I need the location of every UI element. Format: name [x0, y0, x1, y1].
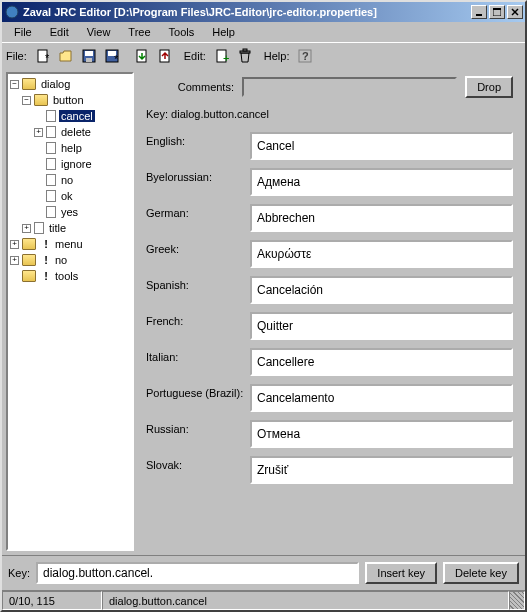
svg-rect-3 — [493, 8, 501, 10]
tree-toggle[interactable]: + — [10, 256, 19, 265]
language-row: Italian: — [146, 348, 513, 376]
language-input[interactable] — [250, 348, 513, 376]
content-panel: Comments: Drop Key: dialog.button.cancel… — [138, 72, 521, 551]
language-row: Russian: — [146, 420, 513, 448]
page-icon — [46, 158, 56, 170]
help-icon[interactable]: ? — [294, 45, 316, 67]
key-input[interactable] — [36, 562, 359, 584]
open-file-icon[interactable] — [55, 45, 77, 67]
tree-toggle[interactable]: + — [22, 224, 31, 233]
menu-edit[interactable]: Edit — [42, 24, 77, 40]
language-row: Greek: — [146, 240, 513, 268]
delete-key-icon[interactable] — [234, 45, 256, 67]
export-icon[interactable] — [154, 45, 176, 67]
page-icon — [46, 110, 56, 122]
import-icon[interactable] — [131, 45, 153, 67]
new-key-icon[interactable]: + — [211, 45, 233, 67]
close-button[interactable] — [507, 5, 523, 19]
tree-item-ok[interactable]: ok — [59, 190, 75, 202]
language-label: Portuguese (Brazil): — [146, 384, 250, 399]
language-input[interactable] — [250, 168, 513, 196]
warning-icon: ! — [39, 254, 53, 266]
folder-closed-icon — [22, 254, 36, 266]
tree-item-dialog[interactable]: dialog — [39, 78, 72, 90]
tree-item-ignore[interactable]: ignore — [59, 158, 94, 170]
language-input[interactable] — [250, 132, 513, 160]
language-label: Slovak: — [146, 456, 250, 471]
status-left: 0/10, 115 — [2, 591, 102, 610]
maximize-button[interactable] — [489, 5, 505, 19]
svg-point-0 — [6, 6, 18, 18]
language-input[interactable] — [250, 384, 513, 412]
save-icon[interactable] — [78, 45, 100, 67]
menubar: File Edit View Tree Tools Help — [2, 22, 525, 42]
page-icon — [46, 206, 56, 218]
language-label: German: — [146, 204, 250, 219]
warning-icon: ! — [39, 238, 53, 250]
toolbar-edit-label: Edit: — [184, 50, 206, 62]
comments-input[interactable] — [242, 77, 457, 97]
key-label: Key: — [8, 567, 30, 579]
tree-toggle[interactable]: + — [10, 240, 19, 249]
language-label: Russian: — [146, 420, 250, 435]
tree-item-no[interactable]: no — [59, 174, 75, 186]
svg-text:?: ? — [302, 50, 309, 62]
tree-panel[interactable]: −dialog −button cancel +delete help igno… — [6, 72, 134, 551]
language-input[interactable] — [250, 420, 513, 448]
tree-item-no2[interactable]: no — [53, 254, 69, 266]
language-input[interactable] — [250, 312, 513, 340]
language-input[interactable] — [250, 204, 513, 232]
titlebar: Zaval JRC Editor [D:\Program Files\JRC-E… — [2, 2, 525, 22]
language-row: French: — [146, 312, 513, 340]
toolbar-help-label: Help: — [264, 50, 290, 62]
page-icon — [46, 126, 56, 138]
tree-item-yes[interactable]: yes — [59, 206, 80, 218]
tree-item-menu[interactable]: menu — [53, 238, 85, 250]
page-icon — [34, 222, 44, 234]
tree-item-delete[interactable]: delete — [59, 126, 93, 138]
menu-help[interactable]: Help — [204, 24, 243, 40]
language-input[interactable] — [250, 240, 513, 268]
toolbar: File: * * Edit: + Help: ? — [2, 42, 525, 68]
menu-view[interactable]: View — [79, 24, 119, 40]
svg-rect-1 — [476, 14, 482, 16]
language-input[interactable] — [250, 456, 513, 484]
folder-open-icon — [34, 94, 48, 106]
minimize-button[interactable] — [471, 5, 487, 19]
key-row: Key: Insert key Delete key — [2, 555, 525, 590]
tree-item-cancel[interactable]: cancel — [59, 110, 95, 122]
tree-item-title[interactable]: title — [47, 222, 68, 234]
folder-closed-icon — [22, 270, 36, 282]
language-input[interactable] — [250, 276, 513, 304]
app-icon — [4, 4, 20, 20]
language-row: Slovak: — [146, 456, 513, 484]
save-as-icon[interactable]: * — [101, 45, 123, 67]
tree-item-tools[interactable]: tools — [53, 270, 80, 282]
language-label: French: — [146, 312, 250, 327]
language-row: Portuguese (Brazil): — [146, 384, 513, 412]
comments-label: Comments: — [146, 81, 234, 93]
status-right: dialog.button.cancel — [102, 591, 509, 610]
menu-tools[interactable]: Tools — [161, 24, 203, 40]
resize-grip[interactable] — [509, 591, 525, 610]
tree-toggle[interactable]: + — [34, 128, 43, 137]
new-file-icon[interactable]: * — [32, 45, 54, 67]
menu-tree[interactable]: Tree — [120, 24, 158, 40]
menu-file[interactable]: File — [6, 24, 40, 40]
tree-toggle[interactable]: − — [10, 80, 19, 89]
tree-toggle[interactable]: − — [22, 96, 31, 105]
language-row: English: — [146, 132, 513, 160]
language-label: Greek: — [146, 240, 250, 255]
folder-closed-icon — [22, 238, 36, 250]
language-label: Spanish: — [146, 276, 250, 291]
language-row: Spanish: — [146, 276, 513, 304]
tree-item-help[interactable]: help — [59, 142, 84, 154]
language-label: Byelorussian: — [146, 168, 250, 183]
svg-rect-19 — [243, 49, 247, 51]
delete-key-button[interactable]: Delete key — [443, 562, 519, 584]
tree-item-button[interactable]: button — [51, 94, 86, 106]
drop-button[interactable]: Drop — [465, 76, 513, 98]
language-row: German: — [146, 204, 513, 232]
svg-text:+: + — [223, 52, 229, 64]
insert-key-button[interactable]: Insert key — [365, 562, 437, 584]
